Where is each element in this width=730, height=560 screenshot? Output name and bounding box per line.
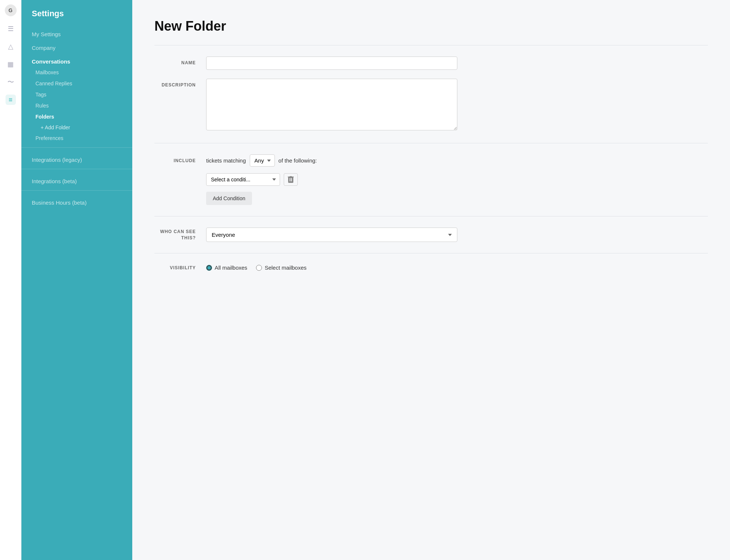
navigation-icon[interactable]: △ [6,41,16,52]
sidebar-item-folders[interactable]: Folders [21,111,132,122]
name-label: NAME [154,57,206,65]
sidebar-item-conversations[interactable]: Conversations [21,53,132,67]
sidebar-title: Settings [21,9,132,26]
visibility-label: VISIBILITY [154,265,206,270]
document-icon[interactable]: ▦ [6,59,16,69]
visibility-row: VISIBILITY All mailboxes Select mailboxe… [154,264,457,271]
tickets-matching-text: tickets matching [206,157,246,164]
description-label: DESCRIPTION [154,79,206,88]
include-label: INCLUDE [154,154,206,163]
sidebar-item-integrations-legacy[interactable]: Integrations (legacy) [21,151,132,165]
sidebar-item-integrations-beta[interactable]: Integrations (beta) [21,173,132,187]
sidebar-item-my-settings[interactable]: My Settings [21,26,132,40]
name-field-wrapper [206,57,457,70]
trash-icon [288,176,294,183]
sidebar-item-canned-replies[interactable]: Canned Replies [21,78,132,89]
sidebar-item-business-hours[interactable]: Business Hours (beta) [21,194,132,208]
app-logo[interactable]: G [5,4,17,16]
any-select[interactable]: Any All [250,154,275,167]
of-following-text: of the following: [279,157,317,164]
divider-middle [154,143,708,143]
main-content: New Folder NAME DESCRIPTION INCLUDE tick… [132,0,730,560]
who-label: WHO CAN SEE THIS? [154,229,206,241]
divider-who [154,216,708,216]
include-matching-row: tickets matching Any All of the followin… [206,154,457,167]
menu-icon[interactable]: ☰ [6,24,16,34]
folder-nav-icon[interactable]: ≡ [6,95,16,105]
sidebar-divider-3 [21,190,132,191]
sidebar-item-mailboxes[interactable]: Mailboxes [21,67,132,78]
condition-row: Select a conditi... [206,173,457,186]
name-input[interactable] [206,57,457,70]
description-row: DESCRIPTION [154,79,457,132]
sidebar: Settings My Settings Company Conversatio… [21,0,132,560]
icon-bar: G ☰ △ ▦ 〜 ≡ [0,0,21,560]
all-mailboxes-radio[interactable] [206,265,212,271]
sidebar-divider-1 [21,147,132,148]
delete-condition-button[interactable] [284,173,298,186]
who-row: WHO CAN SEE THIS? Everyone Only me Speci… [154,228,457,242]
sidebar-item-add-folder[interactable]: + Add Folder [21,122,132,133]
divider-top [154,45,708,45]
visibility-options: All mailboxes Select mailboxes [206,264,307,271]
condition-select[interactable]: Select a conditi... [206,173,280,186]
sidebar-item-tags[interactable]: Tags [21,89,132,100]
chart-icon[interactable]: 〜 [6,77,16,87]
include-row: INCLUDE tickets matching Any All of the … [154,154,457,205]
sidebar-item-preferences[interactable]: Preferences [21,133,132,144]
page-title: New Folder [154,18,708,34]
add-condition-button[interactable]: Add Condition [206,192,252,205]
description-field-wrapper [206,79,457,132]
include-content: tickets matching Any All of the followin… [206,154,457,205]
who-select[interactable]: Everyone Only me Specific teams [206,228,457,242]
all-mailboxes-label: All mailboxes [215,264,247,271]
sidebar-divider-2 [21,169,132,169]
description-input[interactable] [206,79,457,130]
select-mailboxes-radio[interactable] [256,265,262,271]
sidebar-item-rules[interactable]: Rules [21,100,132,111]
name-row: NAME [154,57,457,70]
all-mailboxes-option[interactable]: All mailboxes [206,264,247,271]
divider-visibility [154,253,708,253]
select-mailboxes-option[interactable]: Select mailboxes [256,264,306,271]
select-mailboxes-label: Select mailboxes [265,264,306,271]
sidebar-item-company[interactable]: Company [21,40,132,53]
